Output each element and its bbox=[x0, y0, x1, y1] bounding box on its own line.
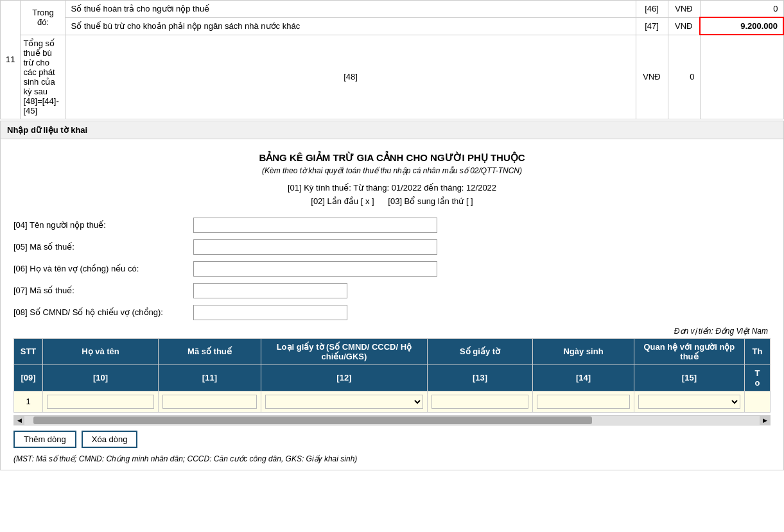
field07-row: [07] Mã số thuế: bbox=[13, 283, 771, 298]
field04-input[interactable] bbox=[193, 218, 437, 233]
row1-quanhe-select[interactable]: Con Bố/Mẹ Vợ/Chồng Khác bbox=[638, 395, 740, 409]
col-sogiayto-code: [13] bbox=[427, 365, 532, 391]
scroll-thumb[interactable] bbox=[33, 416, 592, 424]
col-masothue-header: Mã số thuế bbox=[159, 338, 261, 365]
col-sogiayto-header: Số giấy tờ bbox=[427, 338, 532, 365]
dependents-table: STT Họ và tên Mã số thuế Loại giấy tờ (S… bbox=[13, 338, 771, 413]
row48-code: [48] bbox=[65, 35, 636, 119]
row1-hovaten[interactable] bbox=[43, 391, 159, 412]
them-dong-button[interactable]: Thêm dòng bbox=[13, 431, 76, 448]
form-section: BẢNG KÊ GIẢM TRỪ GIA CẢNH CHO NGƯỜI PHỤ … bbox=[0, 139, 784, 470]
form-title: BẢNG KÊ GIẢM TRỪ GIA CẢNH CHO NGƯỜI PHỤ … bbox=[13, 152, 771, 164]
ky-tinh-thue-row: [01] Kỳ tính thuế: Từ tháng: 01/2022 đến… bbox=[13, 183, 771, 193]
action-buttons: Thêm dòng Xóa dòng bbox=[13, 431, 771, 448]
col-stt-header: STT bbox=[14, 338, 43, 365]
col-loaigiayto-code: [12] bbox=[261, 365, 427, 391]
row46-code: [46] bbox=[636, 1, 668, 18]
row1-hovaten-input[interactable] bbox=[47, 395, 154, 409]
field05-label: [05] Mã số thuế: bbox=[13, 242, 193, 252]
col-stt-code: [09] bbox=[14, 365, 43, 391]
row47-code: [47] bbox=[636, 17, 668, 35]
xoa-dong-button[interactable]: Xóa dòng bbox=[82, 431, 138, 448]
row1-th bbox=[744, 391, 770, 412]
scroll-right-arrow[interactable]: ▶ bbox=[760, 416, 770, 425]
row1-loaigiayto-select[interactable]: CMND CCCD Hộ chiếu GKS bbox=[265, 395, 423, 409]
row48-value: 0 bbox=[668, 35, 700, 119]
data-table-container: STT Họ và tên Mã số thuế Loại giấy tờ (S… bbox=[13, 338, 771, 413]
table-body: 1 CMND CCCD Hộ chiếu GKS bbox=[14, 391, 771, 412]
field07-input[interactable] bbox=[193, 283, 347, 298]
row1-masothue-input[interactable] bbox=[162, 395, 257, 409]
field06-row: [06] Họ và tên vợ (chồng) nếu có: bbox=[13, 261, 771, 277]
field06-label: [06] Họ và tên vợ (chồng) nếu có: bbox=[13, 264, 193, 273]
field05-input[interactable] bbox=[193, 239, 437, 255]
table-row: 1 CMND CCCD Hộ chiếu GKS bbox=[14, 391, 771, 412]
field08-row: [08] Số CMND/ Số hộ chiếu vợ (chồng): bbox=[13, 305, 771, 320]
row1-loaigiayto[interactable]: CMND CCCD Hộ chiếu GKS bbox=[261, 391, 427, 412]
horizontal-scrollbar[interactable]: ◀ ▶ bbox=[13, 415, 771, 425]
bo-sung-label: [03] Bổ sung lần thứ [ ] bbox=[388, 196, 473, 206]
sub-b-label: Tổng số thuế bù trừ cho các phát sinh củ… bbox=[21, 35, 65, 119]
row1-ngaysinh[interactable] bbox=[533, 391, 634, 412]
row46-unit: VNĐ bbox=[668, 1, 700, 18]
row47-label: Số thuế bù trừ cho khoản phải nộp ngân s… bbox=[65, 17, 636, 35]
col-quanhe-code: [15] bbox=[634, 365, 744, 391]
row1-ngaysinh-input[interactable] bbox=[537, 395, 630, 409]
row47-value: 9.200.000 bbox=[700, 17, 783, 35]
row1-sogiayto-input[interactable] bbox=[431, 395, 528, 409]
lan-dau-row: [02] Lần đầu [ x ] [03] Bổ sung lần thứ … bbox=[13, 196, 771, 206]
row-11-num: 11 bbox=[1, 1, 21, 119]
col-quanhe-header: Quan hệ với người nộp thuế bbox=[634, 338, 744, 365]
col-ngaysinh-header: Ngày sinh bbox=[533, 338, 634, 365]
col-masothue-code: [11] bbox=[159, 365, 261, 391]
field08-label: [08] Số CMND/ Số hộ chiếu vợ (chồng): bbox=[13, 307, 193, 317]
row1-quanhe[interactable]: Con Bố/Mẹ Vợ/Chồng Khác bbox=[634, 391, 744, 412]
field04-row: [04] Tên người nộp thuế: bbox=[13, 218, 771, 233]
field06-input[interactable] bbox=[193, 261, 437, 277]
col-hovaten-code: [10] bbox=[43, 365, 159, 391]
footnote: (MST: Mã số thuế; CMND: Chứng minh nhân … bbox=[13, 454, 771, 463]
col-th-sub: To bbox=[744, 365, 770, 391]
row1-masothue[interactable] bbox=[159, 391, 261, 412]
row46-value: 0 bbox=[700, 1, 783, 18]
section-header: Nhập dữ liệu tờ khai bbox=[0, 121, 784, 139]
lan-dau-label: [02] Lần đầu [ x ] bbox=[311, 196, 374, 206]
field04-label: [04] Tên người nộp thuế: bbox=[13, 220, 193, 230]
col-ngaysinh-code: [14] bbox=[533, 365, 634, 391]
field05-row: [05] Mã số thuế: bbox=[13, 239, 771, 255]
field08-input[interactable] bbox=[193, 305, 347, 320]
row47-unit: VNĐ bbox=[668, 17, 700, 35]
field07-label: [07] Mã số thuế: bbox=[13, 286, 193, 295]
row46-label: Số thuế hoàn trả cho người nộp thuế bbox=[65, 1, 636, 18]
trong-do-label: Trong đó: bbox=[21, 1, 65, 35]
form-subtitle: (Kèm theo tờ khai quyết toán thuế thu nh… bbox=[13, 166, 771, 175]
col-th-header: Th bbox=[744, 338, 770, 365]
row1-sogiayto[interactable] bbox=[427, 391, 532, 412]
currency-note: Đơn vị tiền: Đồng Việt Nam bbox=[13, 327, 771, 336]
row1-stt: 1 bbox=[14, 391, 43, 412]
top-summary-table: 11 Trong đó: Số thuế hoàn trả cho người … bbox=[0, 0, 784, 119]
scroll-left-arrow[interactable]: ◀ bbox=[14, 416, 24, 425]
col-hovaten-header: Họ và tên bbox=[43, 338, 159, 365]
row48-unit: VNĐ bbox=[636, 35, 668, 119]
col-loaigiayto-header: Loại giấy tờ (Số CMND/ CCCD/ Hộ chiếu/GK… bbox=[261, 338, 427, 365]
